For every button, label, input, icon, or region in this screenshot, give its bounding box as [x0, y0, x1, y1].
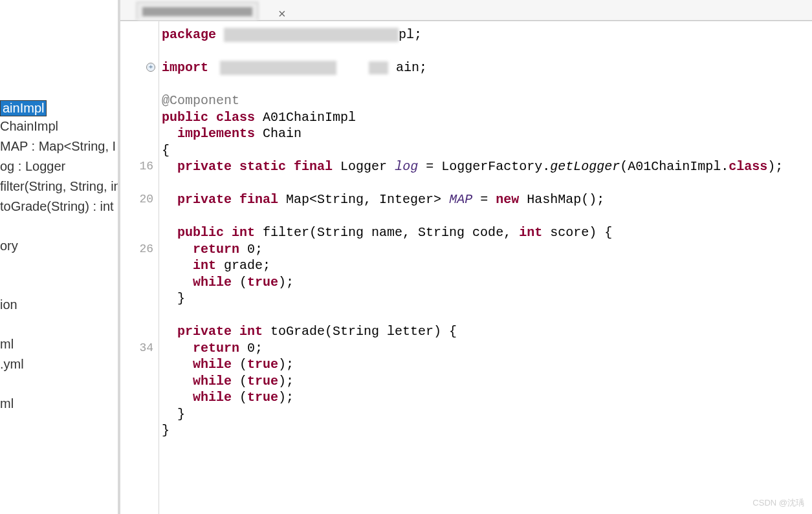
close-icon[interactable]: ×: [278, 6, 286, 21]
outline-item-class[interactable]: ainImpl: [0, 100, 47, 116]
outline-item[interactable]: ml: [0, 394, 118, 414]
tab-bar: [120, 0, 812, 21]
outline-sidebar: ainImpl ChainImpl MAP : Map<String, I og…: [0, 0, 120, 514]
outline-item[interactable]: ion: [0, 295, 118, 315]
outline-item[interactable]: ory: [0, 236, 118, 256]
tab-label-redacted: [142, 7, 252, 16]
line-number: 26: [120, 241, 159, 258]
redacted-text: [369, 61, 388, 74]
line-gutter: + 16 20 26 34: [120, 21, 159, 514]
line-number: 16: [120, 158, 159, 175]
outline-item[interactable]: ChainImpl: [0, 116, 118, 136]
outline-item[interactable]: ml: [0, 334, 118, 354]
outline-item[interactable]: filter(String, String, in: [0, 177, 118, 197]
line-number: 34: [120, 340, 159, 357]
outline-item[interactable]: MAP : Map<String, I: [0, 136, 118, 156]
outline-item[interactable]: og : Logger: [0, 156, 118, 177]
outline-item[interactable]: toGrade(String) : int: [0, 197, 118, 217]
redacted-text: [220, 61, 336, 75]
editor-main: × + 16 20 26: [120, 0, 812, 514]
watermark: CSDN @沈瑀: [752, 497, 804, 509]
editor-tab[interactable]: [137, 2, 258, 20]
outline-item[interactable]: .yml: [0, 354, 118, 374]
editor-area: + 16 20 26 34 package pl; i: [120, 21, 812, 514]
fold-expand-icon[interactable]: +: [146, 63, 155, 72]
redacted-text: [224, 28, 399, 42]
code-editor[interactable]: package pl; import ain; @Component publi…: [159, 21, 812, 514]
line-number: 20: [120, 191, 159, 208]
